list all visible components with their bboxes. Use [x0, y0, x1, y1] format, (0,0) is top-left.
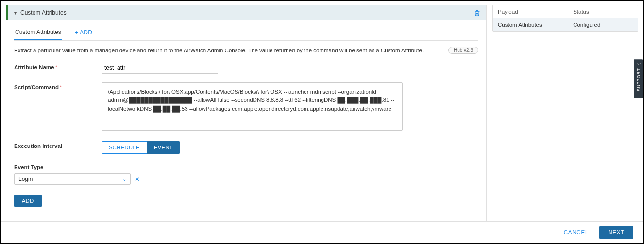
event-toggle-button[interactable]: EVENT: [147, 141, 180, 154]
next-button[interactable]: NEXT: [599, 226, 633, 239]
script-command-textarea[interactable]: [102, 82, 403, 131]
cell-payload: Custom Attributes: [493, 18, 568, 31]
tab-add[interactable]: + ADD: [74, 25, 94, 40]
execution-interval-label: Execution Interval: [14, 141, 102, 149]
execution-interval-toggle: SCHEDULE EVENT: [102, 141, 180, 154]
tab-row: Custom Attributes + ADD: [14, 25, 478, 41]
chevron-down-icon: ⌄: [122, 177, 126, 182]
header-payload: Payload: [493, 5, 568, 18]
schedule-toggle-button[interactable]: SCHEDULE: [102, 141, 147, 154]
support-tab[interactable]: SUPPORT ︿: [634, 59, 643, 98]
section-title: Custom Attributes: [20, 9, 67, 16]
chevron-up-icon: ︿: [635, 66, 642, 66]
footer-bar: CANCEL NEXT: [1, 221, 643, 243]
trash-icon[interactable]: [474, 10, 480, 16]
chevron-down-icon: ▾: [14, 10, 17, 16]
event-type-label: Event Type: [14, 164, 478, 170]
side-panel: Payload Status Custom Attributes Configu…: [492, 5, 638, 221]
header-status: Status: [568, 5, 638, 18]
hub-version-badge: Hub v2.3: [448, 47, 478, 54]
payload-status-table: Payload Status Custom Attributes Configu…: [492, 5, 638, 32]
tab-custom-attributes[interactable]: Custom Attributes: [14, 25, 62, 40]
event-type-select[interactable]: Login ⌄: [14, 173, 131, 185]
attribute-name-input[interactable]: [102, 63, 218, 74]
clear-icon[interactable]: ✕: [135, 176, 140, 183]
cell-status: Configured: [568, 18, 638, 31]
event-type-value: Login: [18, 176, 33, 182]
support-label: SUPPORT: [636, 68, 641, 92]
table-row[interactable]: Custom Attributes Configured: [493, 18, 638, 31]
section-header[interactable]: ▾ Custom Attributes: [6, 5, 486, 20]
add-button[interactable]: ADD: [14, 195, 42, 207]
cancel-button[interactable]: CANCEL: [558, 226, 594, 239]
attribute-name-label: Attribute Name*: [14, 63, 102, 70]
main-panel: ▾ Custom Attributes Custom Attributes + …: [6, 5, 487, 221]
script-command-label: Script/Command*: [14, 82, 102, 90]
table-header-row: Payload Status: [493, 5, 638, 18]
description-text: Extract a particular value from a manage…: [14, 48, 424, 53]
